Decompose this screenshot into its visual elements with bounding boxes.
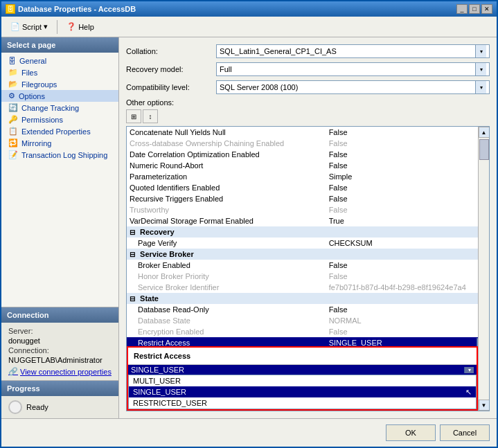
option-value: False [326, 149, 489, 160]
options-table-container: Concatenate Null Yields Null False Cross… [126, 126, 490, 411]
mirroring-icon: 🔁 [8, 138, 18, 147]
restrict-option-single[interactable]: SINGLE_USER ↖ [129, 386, 476, 397]
option-label: Parameterization [127, 171, 326, 182]
table-row[interactable]: Parameterization Simple [127, 171, 489, 182]
option-value: fe7b071f-b87d-4b4f-b298-e8f19624e7a4 [326, 282, 489, 293]
restrict-dropdown-field[interactable]: SINGLE_USER ▾ [128, 365, 477, 375]
options-toolbar: ⊞ ↕ [126, 109, 490, 123]
option-label: Broker Enabled [127, 260, 326, 271]
general-icon: 🗄 [8, 57, 16, 65]
cursor-indicator: ↖ [465, 388, 472, 397]
collation-label: Collation: [126, 47, 216, 55]
option-label: VarDecimal Storage Format Enabled [127, 215, 326, 226]
sidebar-item-label: Options [19, 92, 45, 100]
scroll-down-button[interactable]: ▼ [479, 400, 490, 411]
connection-value: NUGGETLAB\Administrator [8, 356, 103, 364]
collation-arrow[interactable]: ▾ [475, 45, 486, 57]
permissions-icon: 🔑 [8, 115, 18, 124]
close-button[interactable]: ✕ [481, 4, 492, 14]
sidebar-item-change-tracking[interactable]: 🔄 Change Tracking [1, 102, 118, 114]
recovery-dropdown[interactable]: Full ▾ [216, 62, 490, 76]
compat-dropdown[interactable]: SQL Server 2008 (100) ▾ [216, 80, 490, 94]
sidebar-item-label: Filegroups [21, 80, 57, 89]
table-row[interactable]: Cross-database Ownership Chaining Enable… [127, 138, 489, 149]
compat-value: SQL Server 2008 (100) [220, 83, 475, 91]
table-row-section: ⊟ Service Broker [127, 249, 489, 260]
scroll-up-button[interactable]: ▲ [479, 127, 490, 138]
cancel-button[interactable]: Cancel [440, 424, 490, 441]
script-button[interactable]: 📄 Script ▾ [6, 20, 53, 33]
other-options-label: Other options: [126, 98, 490, 107]
sidebar-item-filegroups[interactable]: 📂 Filegroups [1, 78, 118, 90]
recovery-row: Recovery model: Full ▾ [126, 62, 490, 76]
sidebar-item-extended-properties[interactable]: 📋 Extended Properties [1, 125, 118, 137]
table-row[interactable]: Broker Enabled False [127, 260, 489, 271]
sidebar-item-transaction-log[interactable]: 📝 Transaction Log Shipping [1, 149, 118, 161]
script-icon: 📄 [10, 22, 20, 31]
table-row[interactable]: Page Verify CHECKSUM [127, 238, 489, 249]
scroll-thumb[interactable] [479, 139, 489, 160]
collation-control: SQL_Latin1_General_CP1_CI_AS ▾ [216, 44, 490, 58]
progress-content: Ready [1, 396, 118, 418]
recovery-label: Recovery model: [126, 65, 216, 73]
sidebar-item-files[interactable]: 📁 Files [1, 66, 118, 78]
section-label: ⊟ Service Broker [127, 249, 489, 260]
content-area: Select a page 🗄 General 📁 Files 📂 Filegr… [1, 37, 497, 418]
restrict-option-multi[interactable]: MULTI_USER [129, 375, 476, 386]
ok-button[interactable]: OK [386, 424, 436, 441]
option-label: Service Broker Identifier [127, 282, 326, 293]
table-row[interactable]: Encryption Enabled False [127, 326, 489, 337]
sidebar-header: Select a page [1, 37, 118, 53]
options-btn-2[interactable]: ↕ [143, 109, 158, 123]
sidebar-item-general[interactable]: 🗄 General [1, 55, 118, 66]
table-row[interactable]: Trustworthy False [127, 204, 489, 215]
option-value: False [326, 204, 489, 215]
collation-dropdown[interactable]: SQL_Latin1_General_CP1_CI_AS ▾ [216, 44, 490, 58]
restrict-field-arrow[interactable]: ▾ [464, 367, 474, 373]
sidebar-item-options[interactable]: ⚙ Options [1, 90, 118, 102]
recovery-control: Full ▾ [216, 62, 490, 76]
table-row[interactable]: Date Correlation Optimization Enabled Fa… [127, 149, 489, 160]
restrict-option-restricted[interactable]: RESTRICTED_USER [129, 397, 476, 409]
sidebar-item-permissions[interactable]: 🔑 Permissions [1, 114, 118, 125]
options-btn-1[interactable]: ⊞ [126, 109, 141, 123]
maximize-button[interactable]: □ [469, 4, 480, 14]
compat-arrow[interactable]: ▾ [475, 81, 486, 93]
table-row[interactable]: Numeric Round-Abort False [127, 160, 489, 171]
view-connection-link[interactable]: 🔗 View connection properties [8, 367, 112, 376]
minimize-button[interactable]: _ [456, 4, 468, 14]
table-row-section: ⊟ State [127, 293, 489, 304]
table-row[interactable]: Concatenate Null Yields Null False [127, 127, 489, 138]
link-icon: 🔗 [8, 367, 18, 376]
sidebar-items: 🗄 General 📁 Files 📂 Filegroups ⚙ Options… [1, 53, 118, 307]
option-label: Honor Broker Priority [127, 271, 326, 282]
option-label: Date Correlation Optimization Enabled [127, 149, 326, 160]
sidebar-item-label: Permissions [21, 116, 63, 124]
collation-row: Collation: SQL_Latin1_General_CP1_CI_AS … [126, 44, 490, 58]
table-row[interactable]: Service Broker Identifier fe7b071f-b87d-… [127, 282, 489, 293]
option-value: False [326, 304, 489, 315]
compat-row: Compatibility level: SQL Server 2008 (10… [126, 80, 490, 94]
sidebar-item-label: Mirroring [21, 139, 51, 147]
table-row[interactable]: VarDecimal Storage Format Enabled True [127, 215, 489, 226]
toolbar: 📄 Script ▾ ❓ Help [1, 17, 497, 37]
option-value: False [326, 271, 489, 282]
table-row[interactable]: Recursive Triggers Enabled False [127, 193, 489, 204]
sidebar-item-label: Change Tracking [21, 104, 79, 112]
table-row[interactable]: Honor Broker Priority False [127, 271, 489, 282]
table-row[interactable]: Database State NORMAL [127, 315, 489, 326]
window-title: Database Properties - AccessDB [18, 5, 136, 13]
sidebar-item-label: Transaction Log Shipping [21, 151, 107, 159]
help-icon: ❓ [66, 22, 76, 31]
option-value: False [326, 326, 489, 337]
help-button[interactable]: ❓ Help [62, 20, 99, 33]
sidebar-item-mirroring[interactable]: 🔁 Mirroring [1, 137, 118, 149]
vertical-scrollbar[interactable]: ▲ ▼ [478, 127, 489, 411]
connection-header: Connection [1, 307, 118, 323]
recovery-arrow[interactable]: ▾ [475, 63, 486, 75]
title-bar-controls: _ □ ✕ [456, 4, 492, 14]
table-row[interactable]: Quoted Identifiers Enabled False [127, 182, 489, 193]
connection-value-row: NUGGETLAB\Administrator [8, 356, 112, 364]
table-row[interactable]: Database Read-Only False [127, 304, 489, 315]
connection-label-row: Connection: [8, 346, 112, 355]
